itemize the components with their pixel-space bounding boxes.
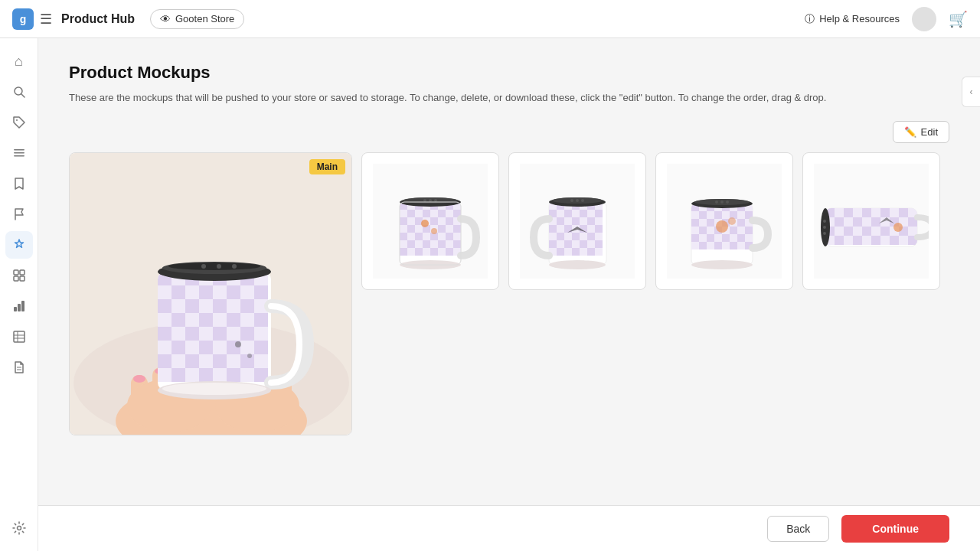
- mockup-thumbnail-1[interactable]: [361, 152, 499, 290]
- sidebar-item-table[interactable]: [5, 323, 33, 350]
- svg-rect-321: [871, 217, 880, 227]
- cart-icon[interactable]: 🛒: [949, 10, 968, 28]
- pencil-icon: ✏️: [904, 126, 916, 138]
- svg-rect-137: [400, 217, 407, 225]
- svg-rect-281: [707, 234, 714, 242]
- svg-rect-97: [227, 354, 240, 368]
- mockup-thumbnail-3[interactable]: [655, 152, 793, 290]
- svg-rect-12: [21, 301, 24, 311]
- svg-rect-11: [18, 304, 21, 311]
- svg-rect-64: [213, 299, 227, 313]
- sidebar-item-doc[interactable]: [5, 354, 33, 381]
- svg-rect-329: [853, 227, 862, 236]
- back-button[interactable]: Back: [767, 516, 829, 542]
- sidebar-item-bookmark[interactable]: [5, 170, 33, 197]
- svg-rect-9: [20, 276, 24, 281]
- svg-rect-282: [714, 234, 722, 242]
- sidebar-item-home[interactable]: ⌂: [5, 47, 33, 75]
- svg-rect-13: [14, 331, 24, 342]
- svg-rect-135: [446, 210, 453, 217]
- svg-rect-278: [745, 227, 753, 234]
- menu-icon[interactable]: ☰: [40, 11, 52, 28]
- svg-rect-129: [400, 210, 407, 217]
- svg-rect-328: [844, 227, 853, 236]
- svg-rect-93: [172, 354, 185, 368]
- continue-button[interactable]: Continue: [841, 515, 949, 543]
- sidebar-item-grid[interactable]: [5, 262, 33, 289]
- svg-rect-151: [446, 225, 453, 233]
- svg-rect-94: [185, 354, 199, 368]
- svg-rect-99: [254, 354, 268, 368]
- svg-rect-60: [158, 299, 172, 313]
- svg-rect-228: [580, 240, 587, 248]
- svg-point-302: [691, 260, 753, 269]
- svg-rect-258: [714, 211, 722, 219]
- svg-point-242: [581, 199, 584, 202]
- svg-rect-75: [254, 313, 268, 327]
- svg-rect-56: [213, 285, 227, 299]
- svg-point-34: [133, 375, 145, 383]
- sidebar-item-flag[interactable]: [5, 201, 33, 228]
- svg-rect-202: [595, 210, 603, 217]
- svg-rect-73: [227, 313, 240, 327]
- mockup-thumbnail-4[interactable]: [802, 152, 940, 290]
- svg-rect-71: [199, 313, 213, 327]
- svg-rect-222: [587, 233, 595, 240]
- topnav-right: ⓘ Help & Resources 🛒: [805, 7, 968, 31]
- svg-rect-83: [254, 327, 268, 341]
- svg-rect-92: [158, 354, 172, 368]
- svg-rect-166: [438, 240, 446, 248]
- svg-rect-174: [438, 248, 446, 256]
- svg-point-350: [893, 223, 903, 232]
- sidebar-item-search[interactable]: [5, 78, 33, 106]
- svg-rect-292: [730, 242, 737, 249]
- svg-rect-76: [158, 327, 172, 341]
- svg-rect-335: [908, 227, 917, 236]
- svg-rect-265: [707, 219, 714, 227]
- gooten-store-button[interactable]: 👁 Gooten Store: [150, 9, 244, 29]
- svg-rect-307: [835, 208, 844, 217]
- svg-rect-142: [438, 217, 446, 225]
- edit-button[interactable]: ✏️ Edit: [893, 121, 949, 143]
- svg-rect-103: [199, 368, 213, 382]
- edit-label: Edit: [921, 126, 938, 138]
- sidebar-item-list[interactable]: [5, 139, 33, 167]
- svg-rect-216: [595, 225, 603, 233]
- svg-rect-256: [699, 211, 707, 219]
- svg-point-240: [570, 199, 573, 202]
- svg-rect-338: [844, 236, 853, 245]
- svg-rect-314: [899, 208, 908, 217]
- svg-point-117: [162, 383, 266, 395]
- collapse-panel-handle[interactable]: ‹: [962, 77, 980, 107]
- sidebar-item-settings[interactable]: [5, 514, 33, 542]
- svg-rect-330: [862, 227, 871, 236]
- svg-point-177: [421, 220, 429, 227]
- svg-rect-62: [185, 299, 199, 313]
- svg-rect-54: [185, 285, 199, 299]
- svg-point-115: [232, 264, 237, 269]
- main-mockup-card[interactable]: Main: [69, 152, 352, 435]
- svg-rect-285: [737, 234, 745, 242]
- mockup-thumbnail-2[interactable]: [508, 152, 646, 290]
- user-avatar[interactable]: [912, 7, 936, 31]
- svg-rect-200: [580, 210, 587, 217]
- svg-rect-309: [853, 208, 862, 217]
- svg-rect-150: [438, 225, 446, 233]
- svg-rect-311: [871, 208, 880, 217]
- svg-rect-131: [415, 210, 423, 217]
- svg-rect-153: [400, 233, 407, 240]
- svg-rect-68: [158, 313, 172, 327]
- svg-rect-70: [185, 313, 199, 327]
- sidebar-item-tag[interactable]: [5, 109, 33, 136]
- help-resources-link[interactable]: ⓘ Help & Resources: [805, 12, 900, 26]
- svg-rect-145: [400, 225, 407, 233]
- sidebar-item-design[interactable]: [5, 231, 33, 259]
- svg-rect-84: [158, 341, 172, 354]
- svg-rect-74: [240, 313, 254, 327]
- svg-rect-154: [407, 233, 415, 240]
- svg-rect-289: [707, 242, 714, 249]
- svg-rect-233: [564, 248, 572, 256]
- svg-rect-61: [172, 299, 185, 313]
- svg-rect-164: [423, 240, 430, 248]
- sidebar-item-chart[interactable]: [5, 292, 33, 320]
